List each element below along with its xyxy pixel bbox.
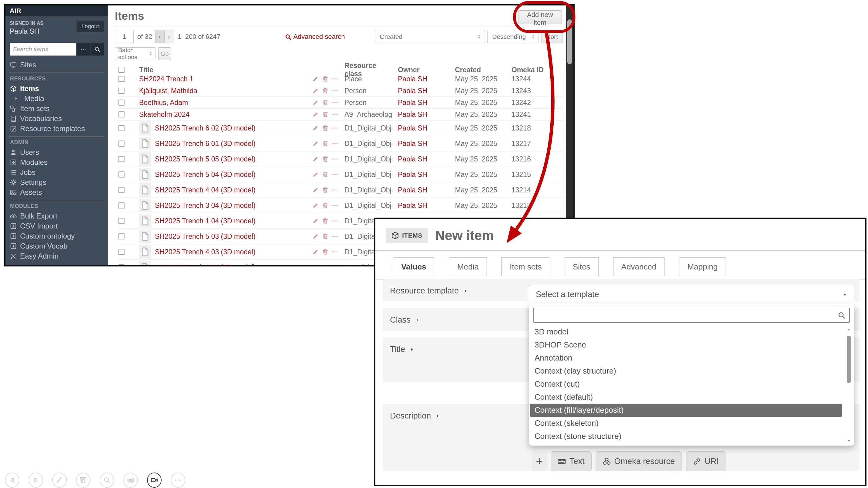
owner-link[interactable]: Paola SH: [393, 201, 450, 210]
toolbar-button[interactable]: [171, 473, 185, 488]
sidebar-item[interactable]: Assets: [5, 187, 108, 197]
delete-icon[interactable]: [322, 156, 329, 162]
item-title-link[interactable]: Boethius, Adam: [139, 99, 188, 107]
template-option[interactable]: Context (cut): [530, 378, 842, 391]
caret-right-icon[interactable]: [463, 289, 468, 293]
column-header-created[interactable]: Created: [450, 66, 506, 74]
template-option[interactable]: Context (skeleton): [530, 417, 842, 430]
delete-icon[interactable]: [322, 264, 329, 265]
edit-icon[interactable]: [312, 75, 319, 82]
column-header-title[interactable]: Title: [132, 66, 310, 74]
edit-icon[interactable]: [312, 218, 319, 224]
scroll-down-icon[interactable]: [846, 438, 851, 443]
row-checkbox[interactable]: [119, 156, 125, 162]
owner-link[interactable]: Paola SH: [393, 140, 450, 148]
delete-icon[interactable]: [322, 202, 329, 209]
item-title-link[interactable]: SH2025 Trench 6 02 (3D model): [155, 124, 255, 132]
edit-icon[interactable]: [312, 111, 319, 118]
edit-icon[interactable]: [312, 99, 319, 106]
column-header-omeka-id[interactable]: Omeka ID: [506, 66, 563, 74]
template-option[interactable]: Context (timber structure): [530, 443, 842, 446]
row-checkbox[interactable]: [119, 249, 125, 255]
row-checkbox[interactable]: [119, 88, 125, 94]
search-options-button[interactable]: [76, 43, 90, 56]
sidebar-item[interactable]: Sites: [5, 60, 108, 70]
search-submit-button[interactable]: [91, 43, 104, 56]
prev-page-button[interactable]: ‹: [155, 30, 164, 43]
item-title-link[interactable]: SH2025 Trench 5 04 (3D model): [155, 170, 255, 179]
owner-link[interactable]: Paola SH: [393, 155, 450, 163]
sidebar-item[interactable]: Media: [5, 94, 108, 103]
toolbar-button[interactable]: [76, 473, 91, 488]
row-checkbox[interactable]: [119, 264, 125, 265]
edit-icon[interactable]: [312, 249, 319, 255]
toolbar-button[interactable]: [147, 473, 162, 488]
edit-icon[interactable]: [312, 125, 319, 131]
sort-button[interactable]: Sort: [541, 30, 562, 43]
caret-right-icon[interactable]: [436, 414, 440, 418]
add-value-button[interactable]: [532, 452, 547, 471]
more-actions-icon[interactable]: [332, 140, 338, 147]
sidebar-item[interactable]: Custom Vocab: [5, 241, 108, 251]
delete-icon[interactable]: [322, 99, 329, 106]
delete-icon[interactable]: [322, 249, 329, 255]
template-option[interactable]: Annotation: [530, 351, 842, 364]
delete-icon[interactable]: [322, 140, 329, 147]
edit-icon[interactable]: [312, 187, 319, 193]
page-number-input[interactable]: [115, 30, 134, 43]
item-title-link[interactable]: Kjällquist, Mathilda: [139, 87, 197, 95]
delete-icon[interactable]: [322, 75, 329, 82]
delete-icon[interactable]: [322, 88, 329, 94]
user-name[interactable]: Paola SH: [10, 27, 76, 35]
row-checkbox[interactable]: [119, 76, 125, 82]
row-checkbox[interactable]: [119, 125, 125, 131]
template-option[interactable]: 3DHOP Scene: [530, 338, 842, 351]
sidebar-item[interactable]: Jobs: [5, 167, 108, 177]
edit-icon[interactable]: [312, 202, 319, 209]
column-header-owner[interactable]: Owner: [393, 66, 450, 74]
owner-link[interactable]: Paola SH: [393, 87, 450, 95]
value-type-button[interactable]: URI: [686, 451, 726, 471]
more-actions-icon[interactable]: [332, 156, 338, 162]
template-option[interactable]: Context (clay structure): [530, 364, 842, 378]
more-actions-icon[interactable]: [332, 125, 338, 131]
logout-button[interactable]: Logout: [76, 21, 104, 32]
more-actions-icon[interactable]: [332, 202, 338, 209]
template-option[interactable]: 3D model: [530, 325, 842, 338]
row-checkbox[interactable]: [119, 171, 125, 177]
search-input[interactable]: [10, 43, 76, 56]
item-title-link[interactable]: Skateholm 2024: [139, 110, 189, 119]
toolbar-button[interactable]: [52, 473, 67, 488]
dropdown-scrollbar[interactable]: [845, 327, 852, 443]
dialog-tab[interactable]: Media: [449, 257, 487, 276]
sidebar-item[interactable]: Settings: [5, 177, 108, 187]
more-actions-icon[interactable]: [332, 111, 338, 118]
owner-link[interactable]: Paola SH: [393, 170, 450, 179]
sidebar-item[interactable]: Bulk Export: [5, 211, 108, 221]
dropdown-scrollbar-thumb[interactable]: [847, 336, 851, 383]
toolbar-button[interactable]: [100, 473, 114, 488]
more-actions-icon[interactable]: [332, 75, 338, 82]
batch-go-button[interactable]: Go: [158, 47, 171, 60]
more-actions-icon[interactable]: [332, 233, 338, 240]
dialog-tab[interactable]: Values: [393, 257, 434, 276]
template-option[interactable]: Context (stone structure): [530, 430, 842, 443]
advanced-search-link[interactable]: Advanced search: [285, 33, 345, 41]
sidebar-item[interactable]: Items: [5, 84, 108, 94]
more-actions-icon[interactable]: [332, 171, 338, 178]
toolbar-button[interactable]: [123, 473, 138, 488]
scrollbar-thumb[interactable]: [567, 20, 572, 64]
edit-icon[interactable]: [312, 171, 319, 178]
delete-icon[interactable]: [322, 218, 329, 224]
batch-actions-select[interactable]: Batch actions: [115, 47, 155, 60]
more-actions-icon[interactable]: [332, 99, 338, 106]
owner-link[interactable]: Paola SH: [393, 99, 450, 107]
add-new-item-button[interactable]: Add new item: [518, 10, 562, 24]
dialog-tab[interactable]: Mapping: [679, 257, 726, 276]
edit-icon[interactable]: [312, 156, 319, 162]
value-type-button[interactable]: Text: [551, 451, 592, 471]
scroll-up-icon[interactable]: [846, 327, 851, 332]
row-checkbox[interactable]: [119, 187, 125, 193]
row-checkbox[interactable]: [119, 111, 125, 118]
sidebar-item[interactable]: Users: [5, 147, 108, 157]
